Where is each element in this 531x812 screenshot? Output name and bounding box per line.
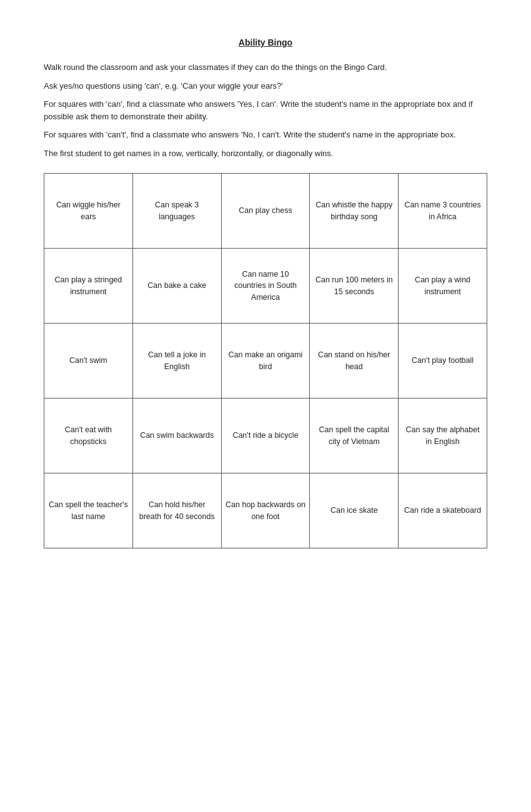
instruction-paragraph: For squares with 'can't', find a classma…: [44, 129, 487, 141]
bingo-cell: Can hop backwards on one foot: [221, 473, 310, 548]
table-row: Can't eat with chopsticksCan swim backwa…: [44, 399, 487, 473]
table-row: Can play a stringed instrumentCan bake a…: [44, 249, 487, 324]
bingo-cell: Can stand on his/her head: [310, 324, 399, 399]
instructions-block: Walk round the classroom and ask your cl…: [44, 61, 487, 159]
bingo-cell: Can't ride a bicycle: [221, 399, 310, 473]
bingo-cell: Can name 10 countries in South America: [221, 249, 310, 324]
bingo-cell: Can make an origami bird: [221, 324, 310, 399]
bingo-cell: Can spell the capital city of Vietnam: [310, 399, 399, 473]
bingo-cell: Can ice skate: [310, 473, 399, 548]
bingo-cell: Can play a stringed instrument: [44, 249, 133, 324]
bingo-cell: Can speak 3 languages: [132, 174, 221, 249]
bingo-cell: Can swim backwards: [132, 399, 221, 473]
bingo-cell: Can't play football: [399, 324, 487, 399]
bingo-cell: Can wiggle his/her ears: [44, 174, 133, 249]
table-row: Can't swimCan tell a joke in EnglishCan …: [44, 324, 487, 399]
bingo-cell: Can't swim: [44, 324, 133, 399]
bingo-cell: Can tell a joke in English: [132, 324, 221, 399]
instruction-paragraph: Ask yes/no questions using 'can', e.g. '…: [44, 80, 487, 92]
page-title: Ability Bingo: [44, 37, 487, 47]
bingo-cell: Can hold his/her breath for 40 seconds: [132, 473, 221, 548]
instruction-paragraph: For squares with 'can', find a classmate…: [44, 98, 487, 122]
bingo-cell: Can whistle the happy birthday song: [310, 174, 399, 249]
bingo-cell: Can run 100 meters in 15 seconds: [310, 249, 399, 324]
bingo-cell: Can name 3 countries in Africa: [399, 174, 487, 249]
bingo-cell: Can bake a cake: [132, 249, 221, 324]
table-row: Can spell the teacher's last nameCan hol…: [44, 473, 487, 548]
instruction-paragraph: The first student to get names in a row,…: [44, 147, 487, 160]
table-row: Can wiggle his/her earsCan speak 3 langu…: [44, 174, 487, 249]
bingo-cell: Can play chess: [221, 174, 310, 249]
instruction-paragraph: Walk round the classroom and ask your cl…: [44, 61, 487, 74]
bingo-cell: Can spell the teacher's last name: [44, 473, 133, 548]
bingo-cell: Can ride a skateboard: [399, 473, 487, 548]
bingo-cell: Can play a wind instrument: [399, 249, 487, 324]
bingo-cell: Can't eat with chopsticks: [44, 399, 133, 473]
bingo-table: Can wiggle his/her earsCan speak 3 langu…: [44, 173, 487, 548]
bingo-cell: Can say the alphabet in English: [399, 399, 487, 473]
